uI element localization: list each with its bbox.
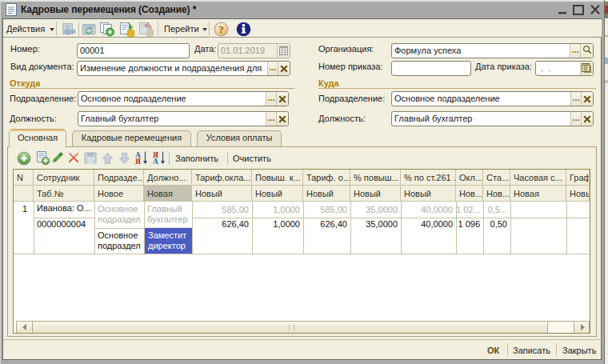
svg-text:А: А xyxy=(153,158,158,165)
svg-text:ЕОК: ЕОК xyxy=(86,158,95,163)
svg-text:?: ? xyxy=(218,23,224,35)
svg-text:Я: Я xyxy=(135,158,141,165)
